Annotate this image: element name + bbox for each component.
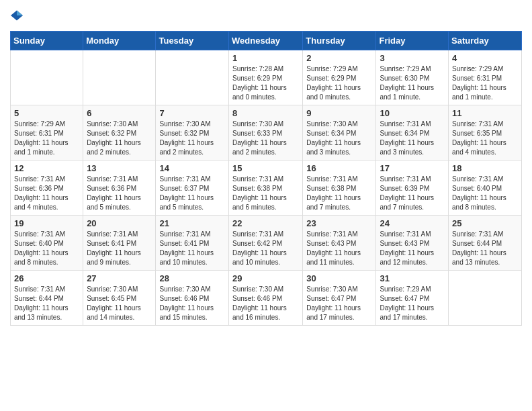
day-cell: 24Sunrise: 7:31 AM Sunset: 6:43 PM Dayli…	[376, 216, 449, 271]
day-number: 14	[159, 163, 225, 173]
day-info: Sunrise: 7:31 AM Sunset: 6:34 PM Dayligh…	[380, 120, 445, 157]
day-cell: 7Sunrise: 7:30 AM Sunset: 6:32 PM Daylig…	[156, 105, 229, 161]
day-cell: 4Sunrise: 7:29 AM Sunset: 6:31 PM Daylig…	[449, 50, 522, 105]
day-number: 31	[380, 273, 445, 283]
logo-icon	[10, 9, 24, 22]
day-number: 20	[87, 218, 152, 228]
day-number: 24	[380, 218, 445, 228]
day-number: 26	[14, 273, 79, 283]
day-info: Sunrise: 7:30 AM Sunset: 6:46 PM Dayligh…	[159, 285, 225, 322]
day-cell: 12Sunrise: 7:31 AM Sunset: 6:36 PM Dayli…	[11, 161, 83, 216]
svg-marker-1	[17, 11, 23, 16]
day-cell: 17Sunrise: 7:31 AM Sunset: 6:39 PM Dayli…	[376, 161, 449, 216]
day-info: Sunrise: 7:30 AM Sunset: 6:33 PM Dayligh…	[232, 120, 299, 157]
day-header-tuesday: Tuesday	[156, 32, 229, 50]
day-cell: 2Sunrise: 7:29 AM Sunset: 6:29 PM Daylig…	[303, 50, 376, 105]
day-info: Sunrise: 7:30 AM Sunset: 6:47 PM Dayligh…	[306, 285, 372, 322]
day-number: 8	[232, 108, 299, 118]
day-cell: 18Sunrise: 7:31 AM Sunset: 6:40 PM Dayli…	[449, 161, 522, 216]
day-info: Sunrise: 7:30 AM Sunset: 6:32 PM Dayligh…	[87, 120, 152, 157]
day-cell: 8Sunrise: 7:30 AM Sunset: 6:33 PM Daylig…	[229, 105, 303, 161]
day-number: 9	[306, 108, 372, 118]
day-number: 15	[232, 163, 299, 173]
day-cell: 14Sunrise: 7:31 AM Sunset: 6:37 PM Dayli…	[156, 161, 229, 216]
day-info: Sunrise: 7:31 AM Sunset: 6:40 PM Dayligh…	[14, 230, 79, 267]
day-info: Sunrise: 7:30 AM Sunset: 6:46 PM Dayligh…	[232, 285, 299, 322]
day-number: 17	[380, 163, 445, 173]
header	[10, 7, 522, 24]
day-cell: 29Sunrise: 7:30 AM Sunset: 6:46 PM Dayli…	[229, 271, 303, 326]
day-number: 5	[14, 108, 79, 118]
day-number: 22	[232, 218, 299, 228]
day-info: Sunrise: 7:29 AM Sunset: 6:31 PM Dayligh…	[452, 64, 518, 102]
day-number: 19	[14, 218, 79, 228]
day-info: Sunrise: 7:29 AM Sunset: 6:30 PM Dayligh…	[380, 64, 445, 102]
day-cell: 11Sunrise: 7:31 AM Sunset: 6:35 PM Dayli…	[449, 105, 522, 161]
day-info: Sunrise: 7:31 AM Sunset: 6:43 PM Dayligh…	[306, 230, 372, 267]
day-number: 21	[159, 218, 225, 228]
day-cell: 3Sunrise: 7:29 AM Sunset: 6:30 PM Daylig…	[376, 50, 449, 105]
calendar-header-row: SundayMondayTuesdayWednesdayThursdayFrid…	[11, 32, 522, 50]
day-cell: 9Sunrise: 7:30 AM Sunset: 6:34 PM Daylig…	[303, 105, 376, 161]
day-number: 25	[452, 218, 518, 228]
day-number: 23	[306, 218, 372, 228]
day-cell: 19Sunrise: 7:31 AM Sunset: 6:40 PM Dayli…	[11, 216, 83, 271]
day-info: Sunrise: 7:31 AM Sunset: 6:36 PM Dayligh…	[87, 175, 152, 212]
week-row-2: 12Sunrise: 7:31 AM Sunset: 6:36 PM Dayli…	[11, 161, 522, 216]
day-cell	[156, 50, 229, 105]
day-info: Sunrise: 7:31 AM Sunset: 6:35 PM Dayligh…	[452, 120, 518, 157]
day-header-friday: Friday	[376, 32, 449, 50]
day-cell	[11, 50, 83, 105]
day-cell: 31Sunrise: 7:29 AM Sunset: 6:47 PM Dayli…	[376, 271, 449, 326]
day-info: Sunrise: 7:31 AM Sunset: 6:40 PM Dayligh…	[452, 175, 518, 212]
day-number: 18	[452, 163, 518, 173]
day-cell: 30Sunrise: 7:30 AM Sunset: 6:47 PM Dayli…	[303, 271, 376, 326]
day-info: Sunrise: 7:31 AM Sunset: 6:44 PM Dayligh…	[14, 285, 79, 322]
day-header-wednesday: Wednesday	[229, 32, 303, 50]
day-number: 6	[87, 108, 152, 118]
day-number: 27	[87, 273, 152, 283]
day-cell	[83, 50, 156, 105]
week-row-4: 26Sunrise: 7:31 AM Sunset: 6:44 PM Dayli…	[11, 271, 522, 326]
day-cell: 25Sunrise: 7:31 AM Sunset: 6:44 PM Dayli…	[449, 216, 522, 271]
day-info: Sunrise: 7:29 AM Sunset: 6:29 PM Dayligh…	[306, 64, 372, 102]
day-info: Sunrise: 7:31 AM Sunset: 6:36 PM Dayligh…	[14, 175, 79, 212]
day-cell: 15Sunrise: 7:31 AM Sunset: 6:38 PM Dayli…	[229, 161, 303, 216]
day-number: 29	[232, 273, 299, 283]
day-info: Sunrise: 7:31 AM Sunset: 6:37 PM Dayligh…	[159, 175, 225, 212]
day-header-saturday: Saturday	[449, 32, 522, 50]
day-cell: 23Sunrise: 7:31 AM Sunset: 6:43 PM Dayli…	[303, 216, 376, 271]
day-cell: 1Sunrise: 7:28 AM Sunset: 6:29 PM Daylig…	[229, 50, 303, 105]
day-info: Sunrise: 7:31 AM Sunset: 6:39 PM Dayligh…	[380, 175, 445, 212]
day-cell: 21Sunrise: 7:31 AM Sunset: 6:41 PM Dayli…	[156, 216, 229, 271]
day-info: Sunrise: 7:30 AM Sunset: 6:45 PM Dayligh…	[87, 285, 152, 322]
page: SundayMondayTuesdayWednesdayThursdayFrid…	[0, 0, 532, 332]
day-cell: 13Sunrise: 7:31 AM Sunset: 6:36 PM Dayli…	[83, 161, 156, 216]
day-number: 16	[306, 163, 372, 173]
day-cell: 26Sunrise: 7:31 AM Sunset: 6:44 PM Dayli…	[11, 271, 83, 326]
day-info: Sunrise: 7:31 AM Sunset: 6:41 PM Dayligh…	[87, 230, 152, 267]
logo	[10, 7, 25, 24]
day-cell: 22Sunrise: 7:31 AM Sunset: 6:42 PM Dayli…	[229, 216, 303, 271]
day-info: Sunrise: 7:30 AM Sunset: 6:32 PM Dayligh…	[159, 120, 225, 157]
day-cell: 5Sunrise: 7:29 AM Sunset: 6:31 PM Daylig…	[11, 105, 83, 161]
day-number: 30	[306, 273, 372, 283]
day-cell: 6Sunrise: 7:30 AM Sunset: 6:32 PM Daylig…	[83, 105, 156, 161]
day-cell: 27Sunrise: 7:30 AM Sunset: 6:45 PM Dayli…	[83, 271, 156, 326]
day-header-monday: Monday	[83, 32, 156, 50]
day-number: 10	[380, 108, 445, 118]
week-row-1: 5Sunrise: 7:29 AM Sunset: 6:31 PM Daylig…	[11, 105, 522, 161]
day-info: Sunrise: 7:31 AM Sunset: 6:41 PM Dayligh…	[159, 230, 225, 267]
day-number: 28	[159, 273, 225, 283]
day-info: Sunrise: 7:31 AM Sunset: 6:38 PM Dayligh…	[232, 175, 299, 212]
day-header-thursday: Thursday	[303, 32, 376, 50]
day-header-sunday: Sunday	[11, 32, 83, 50]
day-info: Sunrise: 7:28 AM Sunset: 6:29 PM Dayligh…	[232, 64, 299, 102]
day-number: 7	[159, 108, 225, 118]
day-number: 11	[452, 108, 518, 118]
day-cell: 28Sunrise: 7:30 AM Sunset: 6:46 PM Dayli…	[156, 271, 229, 326]
day-info: Sunrise: 7:29 AM Sunset: 6:31 PM Dayligh…	[14, 120, 79, 157]
day-number: 3	[380, 53, 445, 63]
week-row-0: 1Sunrise: 7:28 AM Sunset: 6:29 PM Daylig…	[11, 50, 522, 105]
day-cell: 10Sunrise: 7:31 AM Sunset: 6:34 PM Dayli…	[376, 105, 449, 161]
